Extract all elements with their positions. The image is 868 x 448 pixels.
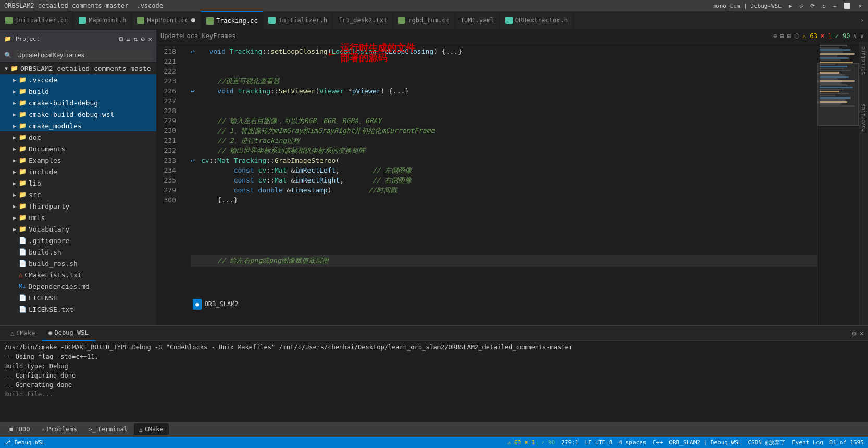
problems-icon: ⚠ [42,426,45,433]
bottom-tab-todo[interactable]: ≡ TODO [4,423,35,435]
tab-tracking-cc[interactable]: Tracking.cc [201,11,263,30]
code-line-234: const double &timestamp) //时间戳 [191,185,817,195]
tree-item-buildsh[interactable]: ▶ 📄 build.sh [0,246,156,258]
status-csdn[interactable]: CSDN @放弃了 [748,439,786,446]
arrow-icon: ▶ [10,100,19,106]
tab-initializer-h[interactable]: Initializer.h [263,11,333,30]
tab-label: TUM1.yaml [461,17,494,24]
status-page-info: 81 of 1595 [829,439,864,446]
nav-down[interactable]: ∨ [860,32,864,40]
tree-item-license[interactable]: ▶ 📄 LICENSE [0,292,156,304]
play-button[interactable]: ▶ [787,3,795,9]
breadcrumb-icon-split[interactable]: ⊟ [780,32,784,40]
tree-item-examples[interactable]: ▶ 📁 Examples [0,154,156,166]
debug-panel-icon: ◉ [48,329,52,336]
error-count: ✖ 1 [821,32,832,40]
tree-item-cmake-debug[interactable]: ▶ 📁 cmake-build-debug [0,97,156,108]
tab-icon-h3 [505,17,513,24]
status-config[interactable]: ORB_SLAM2 | Debug-WSL [669,439,741,446]
status-event-log[interactable]: Event Log [792,439,823,446]
breadcrumb-icon-more[interactable]: ⊞ [787,32,791,40]
run-config-label[interactable]: mono_tum | Debug-WSL [710,3,783,9]
close-icon[interactable]: ✕ [856,3,864,9]
arrow-icon: ▶ [10,77,19,83]
tab-tum-yaml[interactable]: TUM1.yaml [455,11,500,30]
tree-item-licensetxt[interactable]: ▶ 📄 LICENSE.txt [0,304,156,315]
folder-icon: 📁 [19,179,27,187]
tree-item-cmakelists[interactable]: ▶ △ CMakeLists.txt [0,269,156,281]
tree-item-vscode[interactable]: ▶ 📁 .vscode [0,74,156,86]
minimap[interactable] [817,42,859,325]
status-branch[interactable]: ⎇ Debug-WSL [4,439,45,446]
tab-mappoint-cc[interactable]: MapPoint.cc [132,11,201,30]
sidebar-icon-settings[interactable]: ⚙ [141,35,145,43]
bottom-tab-cmake[interactable]: △ CMake [134,423,169,435]
status-spaces[interactable]: 4 spaces [618,439,646,446]
bottom-tab-terminal[interactable]: >_ Terminal [83,423,133,435]
tree-item-include[interactable]: ▶ 📁 include [0,166,156,177]
tree-item-buildrossh[interactable]: ▶ 📄 build_ros.sh [0,258,156,269]
tree-item-label: Examples [29,156,61,164]
editor-content: 218 221 222 223 226 227 228 229 230 231 … [156,42,868,325]
tab-rgbd-tum[interactable]: rgbd_tum.cc [393,11,455,30]
panel-tab-cmake[interactable]: △ CMake [4,326,41,341]
tree-item-root[interactable]: ▼ 📁 ORBSLAM2_detailed_comments-maste [0,63,156,74]
favorites-label[interactable]: Favorites [859,100,868,136]
sidebar-icon-plus[interactable]: ⊞ [119,35,123,43]
status-warnings[interactable]: ⚠ 63 ✖ 1 [507,439,535,446]
search-input[interactable] [14,50,152,60]
sidebar-header: 📁 Project ⊞ ≡ ⇅ ⚙ ✕ [0,30,156,48]
panel-actions: ⚙ ✕ [852,329,864,337]
status-language[interactable]: C++ [652,439,663,446]
status-position[interactable]: 279:1 [561,439,578,446]
code-line-235: {...} [191,195,817,205]
tree-item-umls[interactable]: ▶ 📁 umls [0,212,156,223]
tree-item-lib[interactable]: ▶ 📁 lib [0,177,156,189]
tree-item-doc[interactable]: ▶ 📁 doc [0,131,156,143]
gutter-icon-231: ↩ [191,155,201,165]
sync-icon[interactable]: ↻ [820,3,828,9]
tree-item-label: doc [29,134,41,141]
bottom-tab-problems[interactable]: ⚠ Problems [36,423,82,435]
project-icon: 📁 [4,35,11,42]
sidebar-icon-close[interactable]: ✕ [148,35,152,43]
tab-initializer-cc[interactable]: Initializer.cc [0,11,73,30]
arrow-icon: ▶ [10,89,19,94]
panel-tab-debug[interactable]: ◉ Debug-WSL [42,326,94,341]
tree-item-gitignore[interactable]: ▶ 📄 .gitignore [0,235,156,246]
code-editor[interactable]: ← 运行时生成的文件 部署的源码 ↩ void Tracking::setLoo… [182,42,817,325]
tab-label: Initializer.h [278,17,327,24]
refresh-icon[interactable]: ⟳ [808,3,817,9]
tree-item-vocabulary[interactable]: ▶ 📁 Vocabulary [0,223,156,235]
panel-settings-icon[interactable]: ⚙ [852,329,856,337]
tree-item-documents[interactable]: ▶ 📁 Documents [0,143,156,154]
tree-item-dependencies[interactable]: ▶ M↓ Dependencies.md [0,281,156,292]
status-encoding[interactable]: LF UTF-8 [585,439,612,446]
sidebar-icon-sort[interactable]: ⇅ [134,35,138,43]
tab-mappoint-h[interactable]: MapPoint.h [73,11,132,30]
tree-item-src[interactable]: ▶ 📁 src [0,189,156,200]
structure-label[interactable]: Structure [859,42,868,79]
minimize-icon[interactable]: — [831,3,839,9]
tree-item-label: .vscode [29,76,57,84]
tree-item-label: ORBSLAM2_detailed_comments-maste [20,65,151,72]
tree-item-build[interactable]: ▶ 📁 build [0,86,156,97]
panel-close-icon[interactable]: ✕ [860,329,864,337]
tree-item-cmake-modules[interactable]: ▶ 📁 cmake_modules [0,120,156,131]
terminal-output[interactable]: /usr/bin/cmake -DCMAKE_BUILD_TYPE=Debug … [0,341,868,422]
breadcrumb-icon-plus[interactable]: ⊕ [773,32,777,40]
restore-icon[interactable]: ⬜ [841,3,853,9]
tab-icon-cc [5,17,13,24]
nav-up[interactable]: ∧ [853,32,857,40]
breadcrumb-icon-filter[interactable]: ⬡ [794,32,799,40]
settings-icon[interactable]: ⚙ [798,3,805,9]
sidebar-icon-list[interactable]: ≡ [127,35,131,43]
arrow-icon: ▼ [2,66,10,71]
code-line-233: const cv::Mat &imRectRight, // 右侧图像 [191,175,817,185]
tab-overflow-btn[interactable]: › [856,17,868,24]
tab-label: ORBextractor.h [515,17,568,24]
tree-item-thirdparty[interactable]: ▶ 📁 Thirdparty [0,200,156,212]
tab-fr1-desk[interactable]: fr1_desk2.txt [333,11,393,30]
tab-orb-extractor[interactable]: ORBextractor.h [500,11,574,30]
tree-item-cmake-debug-wsl[interactable]: ▶ 📁 cmake-build-debug-wsl [0,108,156,120]
